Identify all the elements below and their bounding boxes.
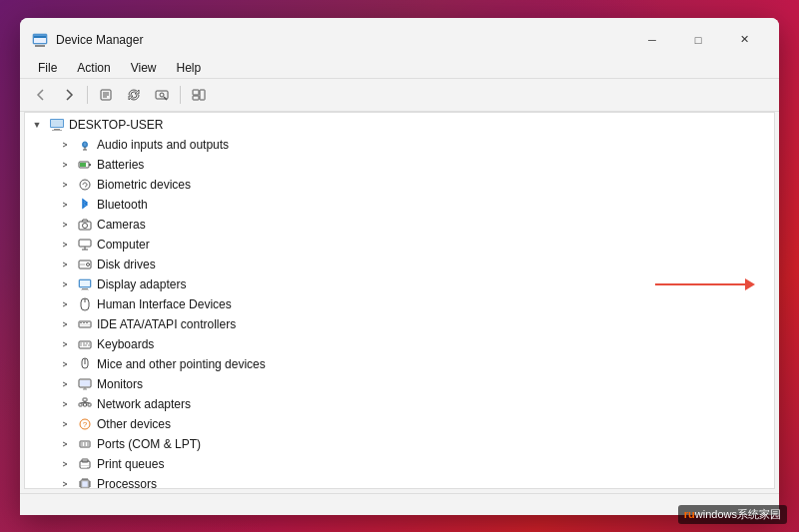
app-icon [32,32,48,48]
device-label: Network adapters [97,397,191,411]
show-hidden-button[interactable] [186,83,212,107]
device-icon [77,137,93,153]
tree-item[interactable]: Ports (COM & LPT) [25,434,774,454]
expand-btn[interactable] [57,336,73,352]
expand-btn[interactable] [57,276,73,292]
close-button[interactable]: ✕ [721,26,767,54]
tree-item[interactable]: Keyboards [25,334,774,354]
back-button[interactable] [28,83,54,107]
svg-rect-17 [52,130,62,131]
svg-rect-35 [82,288,88,289]
svg-rect-43 [80,324,90,325]
svg-rect-34 [80,280,90,286]
svg-rect-80 [82,481,88,487]
expand-btn[interactable] [57,356,73,372]
expand-btn[interactable] [57,197,73,213]
tree-item[interactable]: Bluetooth [25,195,774,215]
tree-item[interactable]: Batteries [25,155,774,175]
svg-point-69 [81,442,82,443]
device-icon [77,296,93,312]
svg-point-74 [87,444,88,445]
menu-help[interactable]: Help [167,58,212,78]
scan-button[interactable] [149,83,175,107]
menu-view[interactable]: View [121,58,167,78]
device-label: Disk drives [97,258,156,271]
toolbar-separator-1 [87,86,88,104]
device-label: Print queues [97,457,164,471]
svg-rect-78 [81,467,87,468]
menu-action[interactable]: Action [67,58,120,78]
tree-view[interactable]: ▼ DESKTOP-USER Audio inputs and outputsB… [24,112,775,489]
svg-text:?: ? [83,420,88,429]
svg-rect-50 [83,344,87,345]
tree-item[interactable]: IDE ATA/ATAPI controllers [25,314,774,334]
tree-item[interactable]: Monitors [25,374,774,394]
svg-rect-1 [35,45,45,47]
forward-button[interactable] [56,83,82,107]
device-label: Audio inputs and outputs [97,138,229,152]
svg-rect-41 [83,322,85,323]
expand-btn[interactable] [57,217,73,233]
tree-item[interactable]: Biometric devices [25,175,774,195]
svg-rect-48 [89,342,90,343]
root-label: DESKTOP-USER [69,118,163,132]
title-bar: Device Manager ─ □ ✕ [20,18,779,58]
expand-btn[interactable] [57,157,73,173]
device-icon [77,356,93,372]
tree-item[interactable]: Mice and other pointing devices [25,354,774,374]
svg-rect-59 [83,398,87,401]
tree-item[interactable]: Audio inputs and outputs [25,135,774,155]
device-manager-window: Device Manager ─ □ ✕ File Action View He… [20,18,779,515]
svg-rect-49 [80,344,82,345]
expand-btn[interactable] [57,396,73,412]
toolbar [20,79,779,112]
device-label: Other devices [97,417,171,431]
svg-rect-47 [86,342,88,343]
tree-item[interactable]: Processors [25,474,774,489]
device-label: Processors [97,477,157,489]
expand-btn[interactable] [57,376,73,392]
expand-btn[interactable] [57,436,73,452]
svg-rect-60 [79,403,82,406]
expand-btn[interactable] [57,416,73,432]
device-categories: Audio inputs and outputsBatteriesBiometr… [25,135,774,489]
tree-root-item[interactable]: ▼ DESKTOP-USER [25,115,774,135]
svg-point-31 [87,263,90,266]
expand-root[interactable]: ▼ [29,117,45,133]
svg-rect-40 [80,322,82,323]
expand-btn[interactable] [57,476,73,489]
computer-icon [49,117,65,133]
minimize-button[interactable]: ─ [629,26,675,54]
device-label: Human Interface Devices [97,297,232,311]
svg-rect-3 [34,36,46,38]
device-icon [77,396,93,412]
svg-rect-15 [51,120,63,127]
properties-button[interactable] [93,83,119,107]
expand-btn[interactable] [57,177,73,193]
expand-btn[interactable] [57,137,73,153]
expand-btn[interactable] [57,456,73,472]
device-label: Computer [97,238,150,252]
expand-btn[interactable] [57,316,73,332]
svg-point-54 [84,362,86,364]
tree-item[interactable]: Human Interface Devices [25,294,774,314]
expand-btn[interactable] [57,257,73,272]
tree-item[interactable]: Network adapters [25,394,774,414]
tree-item[interactable]: Disk drives [25,255,774,274]
device-label: IDE ATA/ATAPI controllers [97,317,236,331]
tree-item[interactable]: Display adapters [25,274,774,294]
maximize-button[interactable]: □ [675,26,721,54]
svg-rect-77 [81,465,89,466]
svg-rect-11 [193,90,199,95]
svg-rect-13 [200,90,205,100]
tree-item[interactable]: Computer [25,235,774,255]
tree-item[interactable]: Cameras [25,215,774,235]
tree-root: ▼ DESKTOP-USER Audio inputs and outputsB… [25,113,774,489]
tree-item[interactable]: ?Other devices [25,414,774,434]
device-label: Monitors [97,377,143,391]
update-button[interactable] [121,83,147,107]
tree-item[interactable]: Print queues [25,454,774,474]
menu-file[interactable]: File [28,58,67,78]
expand-btn[interactable] [57,296,73,312]
expand-btn[interactable] [57,237,73,253]
